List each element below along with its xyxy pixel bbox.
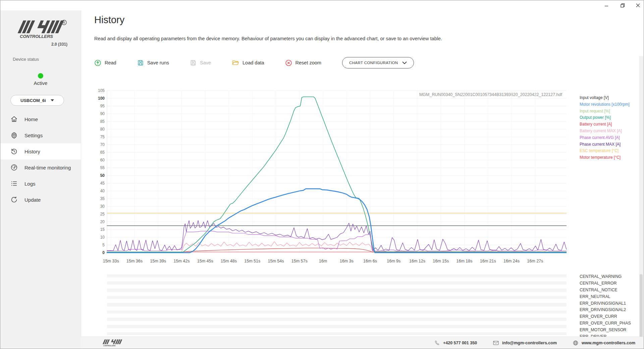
legend-item[interactable]: Phase current MAX [A] <box>580 141 640 148</box>
gear-icon <box>10 132 18 139</box>
save-runs-button-label: Save runs <box>147 60 169 65</box>
home-icon <box>10 115 18 123</box>
port-selector-value: USBCOM_6i <box>20 98 46 103</box>
event-label: ERR_NEUTRAL <box>580 294 640 300</box>
sidebar: CONTROLLERS R 2.0 (331) Device status Ac… <box>0 0 81 349</box>
y-axis-label: 55 <box>100 165 105 170</box>
legend-item[interactable]: Motor revolutions [x100rpm] <box>580 101 640 108</box>
save-runs-button[interactable]: Save runs <box>137 59 169 66</box>
history-clock-icon <box>10 148 18 155</box>
reset-zoom-button[interactable]: Reset zoom <box>285 59 321 66</box>
svg-text:CONTROLLERS: CONTROLLERS <box>20 34 53 39</box>
event-lane <box>107 310 567 317</box>
phone-icon <box>434 340 440 346</box>
sidebar-item-realtime-monitoring[interactable]: Real-time monitoring <box>0 159 81 176</box>
sidebar-item-settings[interactable]: Settings <box>0 127 81 143</box>
footer-email-label: info@mgm-controllers.com <box>502 341 557 345</box>
sidebar-item-update[interactable]: Update <box>0 192 81 208</box>
legend-item[interactable]: Battery current [A] <box>580 121 640 128</box>
refresh-icon <box>10 196 18 203</box>
gauge-icon <box>10 164 18 171</box>
legend-item[interactable]: Input request [%] <box>580 108 640 115</box>
restore-icon <box>621 3 625 8</box>
y-axis-label: 45 <box>100 181 105 186</box>
envelope-icon <box>493 341 499 345</box>
sidebar-item-home[interactable]: Home <box>0 111 81 127</box>
legend-item[interactable]: Input voltage [V] <box>580 95 640 101</box>
y-axis-label: 105 <box>98 88 105 93</box>
sidebar-item-history[interactable]: History <box>0 143 81 159</box>
minimize-button[interactable] <box>601 0 612 10</box>
sidebar-item-label: Settings <box>24 133 43 138</box>
event-lane <box>107 274 567 281</box>
x-axis-label: 16m 12s <box>409 259 425 263</box>
floppy-icon <box>137 59 144 66</box>
read-button[interactable]: Read <box>94 59 116 66</box>
y-axis-label: 30 <box>100 204 105 209</box>
toolbar: Read Save runs Save Load data Reset zoom… <box>94 57 414 69</box>
vertical-scrollbar[interactable] <box>639 56 643 349</box>
legend-item[interactable]: Output power [%] <box>580 114 640 121</box>
globe-icon <box>573 340 578 346</box>
event-label: CENTRAL_WARNING <box>580 273 640 280</box>
chart-plot-area[interactable]: 0510152025303540455055606570758085909510… <box>97 88 567 267</box>
load-data-button[interactable]: Load data <box>232 59 264 66</box>
series-motor-revolutions-x100rpm- <box>107 189 567 253</box>
y-axis-label: 0 <box>102 250 105 255</box>
mgm-controllers-logo: CONTROLLERS R <box>14 18 67 43</box>
y-axis-label: 75 <box>100 135 105 139</box>
page-title: History <box>94 14 124 26</box>
port-selector[interactable]: USBCOM_6i <box>10 95 64 106</box>
y-axis-label: 5 <box>102 243 105 247</box>
y-axis-label: 70 <box>100 142 105 147</box>
y-axis-label: 15 <box>100 227 105 232</box>
event-label: ERR_MOTOR_SENSOR <box>580 327 640 334</box>
chart-configuration-label: CHART CONFIGURATION <box>349 61 398 65</box>
event-label: CENTRAL_ERROR <box>580 280 640 287</box>
x-axis-label: 15m 48s <box>221 259 237 263</box>
status-text: Active <box>0 80 81 86</box>
svg-text:R: R <box>63 21 65 24</box>
y-axis-label: 25 <box>100 212 105 216</box>
chevron-down-icon <box>402 61 407 64</box>
legend-item[interactable]: ESC temperature [°C] <box>580 148 640 154</box>
legend-item[interactable]: Battery current MAX [A] <box>580 128 640 135</box>
x-axis-label: 16m 9s <box>387 259 400 263</box>
y-axis-label: 95 <box>100 104 105 108</box>
y-axis-label: 40 <box>100 189 105 193</box>
event-label: ERR_OVER_CURR <box>580 313 640 320</box>
footer-website-label: www.mgm-controllers.com <box>582 341 635 345</box>
app-version: 2.0 (331) <box>0 42 67 47</box>
event-labels: CENTRAL_WARNINGCENTRAL_ERRORCENTRAL_NOTI… <box>580 273 640 339</box>
event-lanes <box>107 273 567 338</box>
event-lane <box>107 325 567 332</box>
footer-email[interactable]: info@mgm-controllers.com <box>493 341 557 345</box>
sidebar-nav: Home Settings History Real-time monitori… <box>0 111 81 208</box>
save-button-label: Save <box>200 60 211 65</box>
minimize-icon <box>604 3 608 7</box>
legend-item[interactable]: Phase current AVG [A] <box>580 135 640 141</box>
load-data-button-label: Load data <box>243 60 264 65</box>
series-battery-current-max-a- <box>107 242 567 252</box>
footer-website[interactable]: www.mgm-controllers.com <box>573 340 635 346</box>
vertical-scrollbar-thumb[interactable] <box>640 274 643 340</box>
svg-text:CONTROLLERS: CONTROLLERS <box>103 345 116 346</box>
sidebar-item-logs[interactable]: Logs <box>0 176 81 192</box>
open-folder-icon <box>232 59 239 66</box>
footer-phone[interactable]: +420 577 001 350 <box>434 340 477 346</box>
close-button[interactable] <box>632 0 644 10</box>
chart-configuration-button[interactable]: CHART CONFIGURATION <box>342 57 414 68</box>
circle-x-icon <box>285 59 292 66</box>
y-axis-label: 85 <box>100 119 105 124</box>
y-axis-label: 20 <box>100 219 105 224</box>
read-button-label: Read <box>105 60 116 65</box>
save-button[interactable]: Save <box>190 59 211 66</box>
event-label: CENTRAL_NOTICE <box>580 287 640 294</box>
chart-canvas[interactable]: 0510152025303540455055606570758085909510… <box>97 88 567 267</box>
event-lane <box>107 318 567 325</box>
restore-button[interactable] <box>617 0 628 10</box>
legend-item[interactable]: Motor temperature [°C] <box>580 154 640 161</box>
series-input-request- <box>107 97 567 252</box>
y-axis-label: 50 <box>100 173 105 178</box>
list-icon <box>10 180 18 187</box>
